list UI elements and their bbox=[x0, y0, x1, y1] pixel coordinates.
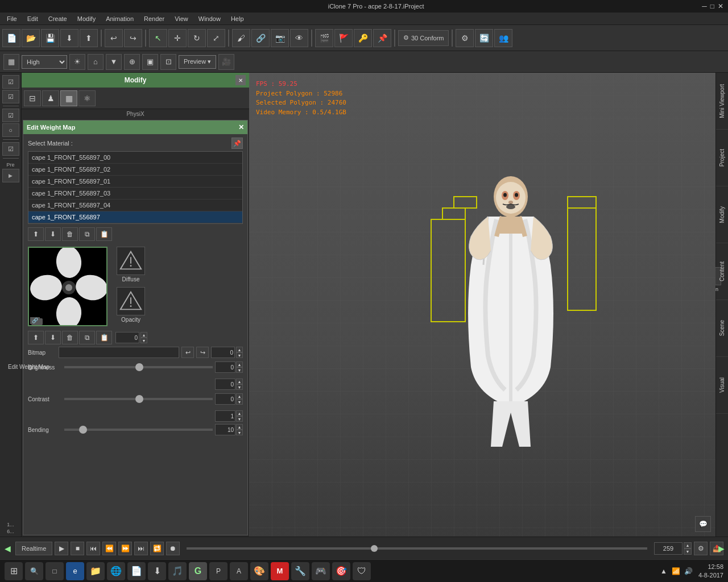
app13-btn[interactable]: 🎮 bbox=[312, 562, 330, 580]
anim-btn[interactable]: 🎬 bbox=[315, 29, 333, 47]
key-btn[interactable]: 🔑 bbox=[354, 29, 372, 47]
home-btn[interactable]: ⌂ bbox=[88, 54, 104, 70]
system-clock[interactable]: 12:58 4-8-2017 bbox=[698, 563, 723, 579]
bending-thumb[interactable] bbox=[79, 426, 87, 434]
app7-btn[interactable]: G bbox=[189, 562, 207, 580]
volume-icon[interactable]: 🔊 bbox=[684, 566, 694, 576]
import-btn[interactable]: ⬇ bbox=[60, 29, 78, 47]
menu-create[interactable]: Create bbox=[44, 14, 72, 23]
app14-btn[interactable]: 🎯 bbox=[332, 562, 350, 580]
camera-icon-btn[interactable]: 🎥 bbox=[218, 54, 234, 70]
contrast-up[interactable]: ▲ bbox=[236, 393, 243, 399]
app15-btn[interactable]: 🛡 bbox=[353, 562, 371, 580]
frame-input[interactable] bbox=[654, 542, 682, 555]
side-tab-scene[interactable]: Scene bbox=[716, 300, 728, 357]
preview-btn[interactable]: Preview ▾ bbox=[179, 55, 216, 69]
play-btn[interactable]: ▶ bbox=[55, 542, 68, 555]
wm-trash-btn[interactable]: 🗑 bbox=[62, 331, 78, 344]
ev1-up[interactable]: ▲ bbox=[236, 379, 243, 384]
eye-btn[interactable]: 👁 bbox=[290, 29, 308, 47]
task-view-btn[interactable]: □ bbox=[46, 562, 64, 580]
material-item-3[interactable]: cape 1_FRONT_556897_03 bbox=[28, 188, 242, 199]
import-action-btn[interactable]: ⬇ bbox=[45, 227, 61, 241]
menu-view[interactable]: View bbox=[170, 14, 193, 23]
sun-btn[interactable]: ☀ bbox=[69, 54, 85, 70]
side-tab-mini-viewport[interactable]: Mini Viewport bbox=[716, 73, 728, 130]
next-frame-btn[interactable]: ⏭ bbox=[134, 542, 148, 555]
wm-copy-btn[interactable]: ⧉ bbox=[79, 331, 95, 344]
tab-icon-sliders[interactable]: ⊟ bbox=[24, 90, 41, 106]
material-item-0[interactable]: cape 1_FRONT_556897_00 bbox=[28, 152, 242, 164]
lsb-check4[interactable]: ☑ bbox=[2, 142, 19, 156]
brightness-up[interactable]: ▲ bbox=[236, 361, 243, 367]
new-btn[interactable]: 📄 bbox=[2, 29, 20, 47]
mode-btn[interactable]: ⚙ bbox=[456, 29, 474, 47]
lsb-check1[interactable]: ☑ bbox=[2, 75, 19, 89]
group-btn[interactable]: 👥 bbox=[494, 29, 512, 47]
material-item-5[interactable]: cape 1_FRONT_556897 bbox=[28, 211, 242, 223]
brightness-track[interactable] bbox=[64, 366, 213, 368]
down-btn[interactable]: ▼ bbox=[106, 54, 122, 70]
frame-dn[interactable]: ▼ bbox=[684, 548, 692, 555]
start-btn[interactable]: ⊞ bbox=[5, 562, 23, 580]
lsb-check2[interactable]: ☑ bbox=[2, 90, 19, 103]
app8-btn[interactable]: P bbox=[209, 562, 228, 580]
viewport[interactable]: FPS : 59.25 Project Polygon : 52986 Sele… bbox=[249, 73, 715, 537]
wm-paste-btn[interactable]: 📋 bbox=[96, 331, 112, 344]
sys-icon-1[interactable]: ▲ bbox=[659, 566, 669, 576]
bitmap-btn1[interactable]: ↩ bbox=[181, 347, 194, 358]
weight-map-close[interactable]: ✕ bbox=[238, 123, 244, 131]
pin-btn[interactable]: 📌 bbox=[373, 29, 391, 47]
bending-dn[interactable]: ▼ bbox=[236, 430, 243, 435]
loop-btn[interactable]: 🔁 bbox=[150, 542, 164, 555]
lsb-check3[interactable]: ☑ bbox=[2, 109, 19, 122]
timeline-right-arrow[interactable]: ▶ bbox=[718, 544, 725, 553]
share-btn[interactable]: 🔄 bbox=[475, 29, 493, 47]
wm-import-btn[interactable]: ⬇ bbox=[45, 331, 61, 344]
menu-help[interactable]: Help bbox=[226, 14, 249, 23]
app4-btn[interactable]: 📄 bbox=[127, 562, 146, 580]
box-btn[interactable]: ⊡ bbox=[160, 54, 176, 70]
menu-window[interactable]: Window bbox=[194, 14, 225, 23]
record-btn[interactable]: ⏺ bbox=[166, 542, 180, 555]
timeline-slider[interactable] bbox=[187, 547, 647, 550]
paste-action-btn[interactable]: 📋 bbox=[96, 227, 112, 241]
step-back-btn[interactable]: ⏪ bbox=[102, 542, 116, 555]
select-btn[interactable]: ↖ bbox=[149, 29, 167, 47]
bending-slider[interactable] bbox=[64, 429, 213, 431]
open-btn[interactable]: 📂 bbox=[22, 29, 40, 47]
redo-btn[interactable]: ↪ bbox=[124, 29, 142, 47]
bitmap-dn[interactable]: ▼ bbox=[236, 352, 243, 358]
copy-action-btn[interactable]: ⧉ bbox=[79, 227, 95, 241]
app9-btn[interactable]: A bbox=[230, 562, 248, 580]
menu-render[interactable]: Render bbox=[139, 14, 169, 23]
brush-btn[interactable]: 🖌 bbox=[232, 29, 250, 47]
app5-btn[interactable]: ⬇ bbox=[148, 562, 166, 580]
material-item-1[interactable]: cape 1_FRONT_556897_02 bbox=[28, 164, 242, 176]
app11-btn[interactable]: M bbox=[271, 562, 289, 580]
obj-btn[interactable]: ⊕ bbox=[124, 54, 140, 70]
app12-btn[interactable]: 🔧 bbox=[291, 562, 309, 580]
modify-close-btn[interactable]: ✕ bbox=[235, 75, 246, 85]
material-item-4[interactable]: cape 1_FRONT_556897_04 bbox=[28, 199, 242, 211]
save-btn[interactable]: 💾 bbox=[41, 29, 59, 47]
lsb-pre[interactable]: ▶ bbox=[2, 169, 19, 182]
material-pin-btn[interactable]: 📌 bbox=[231, 138, 243, 149]
export-action-btn[interactable]: ⬆ bbox=[28, 227, 44, 241]
move-btn[interactable]: ✛ bbox=[168, 29, 187, 47]
scale-btn[interactable]: ⤢ bbox=[207, 29, 225, 47]
contrast-track[interactable] bbox=[64, 398, 213, 400]
lsb-circle[interactable]: ○ bbox=[2, 123, 19, 137]
bitmap-btn2[interactable]: ↪ bbox=[196, 347, 209, 358]
contrast-thumb[interactable] bbox=[135, 395, 143, 403]
bitmap-input[interactable] bbox=[59, 347, 179, 358]
quality-dropdown[interactable]: High Medium Low bbox=[22, 55, 67, 69]
flag-btn[interactable]: 🚩 bbox=[334, 29, 353, 47]
rotate-btn[interactable]: ↻ bbox=[188, 29, 206, 47]
chat-icon[interactable]: 💬 bbox=[695, 516, 711, 532]
menu-file[interactable]: File bbox=[2, 14, 22, 23]
contrast-dn[interactable]: ▼ bbox=[236, 399, 243, 405]
step-fwd-btn[interactable]: ⏩ bbox=[118, 542, 132, 555]
tab-icon-atom[interactable]: ⚛ bbox=[78, 90, 96, 106]
wm-dn1[interactable]: ▼ bbox=[140, 338, 147, 343]
